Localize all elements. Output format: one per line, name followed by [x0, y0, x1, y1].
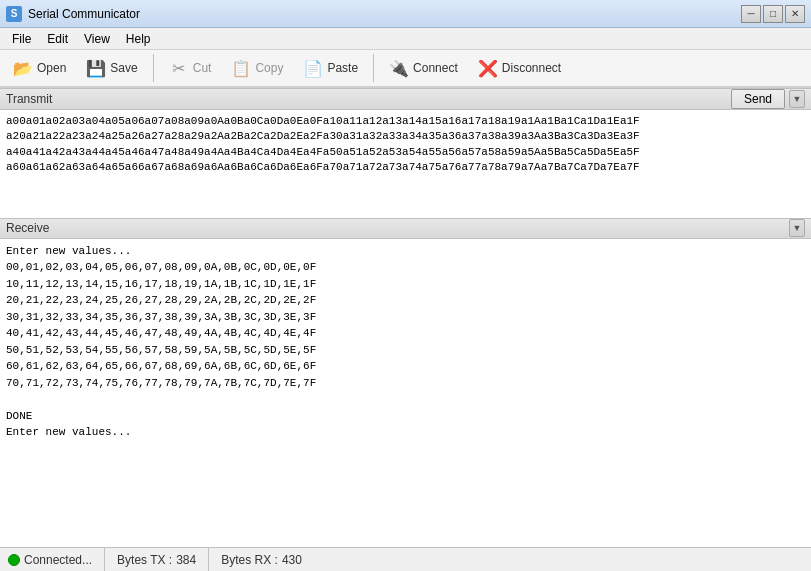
- app-icon: S: [6, 6, 22, 22]
- cut-button[interactable]: ✂ Cut: [160, 53, 221, 83]
- receive-header: Receive ▼: [0, 218, 811, 239]
- transmit-label: Transmit: [6, 92, 52, 106]
- transmit-header-right: Send ▼: [731, 89, 805, 109]
- transmit-section: Transmit Send ▼: [0, 88, 811, 218]
- status-bar: Connected... Bytes TX : 384 Bytes RX : 4…: [0, 547, 811, 571]
- bytes-rx-value: 430: [282, 553, 302, 567]
- open-button[interactable]: 📂 Open: [4, 53, 75, 83]
- minimize-button[interactable]: ─: [741, 5, 761, 23]
- open-icon: 📂: [13, 58, 33, 78]
- maximize-button[interactable]: □: [763, 5, 783, 23]
- receive-textarea[interactable]: [0, 239, 811, 547]
- connection-status-item: Connected...: [8, 548, 105, 571]
- connection-dot: [8, 554, 20, 566]
- close-button[interactable]: ✕: [785, 5, 805, 23]
- cut-icon: ✂: [169, 58, 189, 78]
- toolbar-separator-1: [153, 54, 154, 82]
- window-controls: ─ □ ✕: [741, 5, 805, 23]
- connect-label: Connect: [413, 61, 458, 75]
- main-content: Transmit Send ▼ Receive ▼: [0, 88, 811, 547]
- transmit-dropdown[interactable]: ▼: [789, 90, 805, 108]
- transmit-header: Transmit Send ▼: [0, 88, 811, 110]
- send-button[interactable]: Send: [731, 89, 785, 109]
- app-title: Serial Communicator: [28, 7, 741, 21]
- menu-bar: File Edit View Help: [0, 28, 811, 50]
- bytes-tx-label: Bytes TX :: [117, 553, 172, 567]
- disconnect-button[interactable]: ❌ Disconnect: [469, 53, 570, 83]
- bytes-rx-label: Bytes RX :: [221, 553, 278, 567]
- title-bar: S Serial Communicator ─ □ ✕: [0, 0, 811, 28]
- menu-file[interactable]: File: [4, 30, 39, 48]
- menu-edit[interactable]: Edit: [39, 30, 76, 48]
- save-icon: 💾: [86, 58, 106, 78]
- connect-icon: 🔌: [389, 58, 409, 78]
- connection-status: Connected...: [24, 553, 92, 567]
- connect-button[interactable]: 🔌 Connect: [380, 53, 467, 83]
- disconnect-label: Disconnect: [502, 61, 561, 75]
- copy-icon: 📋: [231, 58, 251, 78]
- receive-section: Receive ▼: [0, 218, 811, 547]
- toolbar-separator-2: [373, 54, 374, 82]
- copy-button[interactable]: 📋 Copy: [222, 53, 292, 83]
- receive-label: Receive: [6, 221, 49, 235]
- bytes-rx-item: Bytes RX : 430: [221, 548, 314, 571]
- open-label: Open: [37, 61, 66, 75]
- toolbar: 📂 Open 💾 Save ✂ Cut 📋 Copy 📄 Paste 🔌 Con…: [0, 50, 811, 88]
- bytes-tx-value: 384: [176, 553, 196, 567]
- copy-label: Copy: [255, 61, 283, 75]
- save-label: Save: [110, 61, 137, 75]
- cut-label: Cut: [193, 61, 212, 75]
- paste-label: Paste: [327, 61, 358, 75]
- save-button[interactable]: 💾 Save: [77, 53, 146, 83]
- disconnect-icon: ❌: [478, 58, 498, 78]
- paste-button[interactable]: 📄 Paste: [294, 53, 367, 83]
- paste-icon: 📄: [303, 58, 323, 78]
- bytes-tx-item: Bytes TX : 384: [117, 548, 209, 571]
- transmit-textarea[interactable]: [0, 110, 811, 218]
- menu-view[interactable]: View: [76, 30, 118, 48]
- menu-help[interactable]: Help: [118, 30, 159, 48]
- receive-dropdown[interactable]: ▼: [789, 219, 805, 237]
